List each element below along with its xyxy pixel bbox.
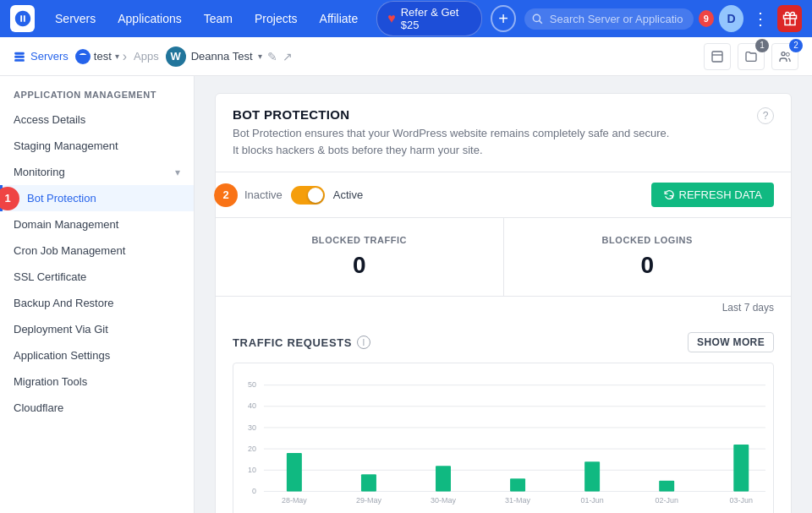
sidebar-item-backup-and-restore[interactable]: Backup And Restore xyxy=(0,290,194,316)
sidebar-label-bot-protection: Bot Protection xyxy=(27,192,180,205)
stats-row: BLOCKED TRAFFIC 0 BLOCKED LOGINS 0 xyxy=(216,218,791,297)
external-link-icon[interactable]: ↗ xyxy=(283,50,293,63)
svg-rect-5 xyxy=(712,52,722,62)
svg-text:02-Jun: 02-Jun xyxy=(655,496,678,505)
svg-text:20: 20 xyxy=(248,445,256,453)
sidebar-item-deployment-via-git[interactable]: Deployment Via Git xyxy=(0,316,194,342)
breadcrumb-separator: › xyxy=(123,49,127,64)
svg-text:0: 0 xyxy=(252,487,256,495)
svg-rect-21 xyxy=(287,453,302,491)
blocked-logins-value: 0 xyxy=(521,252,775,279)
toggle-knob xyxy=(308,188,323,203)
nav-applications[interactable]: Applications xyxy=(109,8,190,29)
card-title: BOT PROTECTION xyxy=(233,107,672,122)
svg-text:29-May: 29-May xyxy=(356,496,381,505)
blocked-logins-label: BLOCKED LOGINS xyxy=(521,235,775,245)
logo[interactable] xyxy=(10,5,35,32)
stats-footer: Last 7 days xyxy=(216,297,791,319)
chevron-down-icon: ▾ xyxy=(175,166,180,178)
svg-text:30-May: 30-May xyxy=(431,496,456,505)
nav-projects[interactable]: Projects xyxy=(246,8,306,29)
server-icon xyxy=(14,51,25,63)
folder-icon xyxy=(744,50,758,63)
chart-title: TRAFFIC REQUESTS i xyxy=(233,336,370,349)
chart-section: TRAFFIC REQUESTS i SHOW MORE xyxy=(216,319,791,513)
app-dropdown-icon[interactable]: ▾ xyxy=(258,52,262,61)
breadcrumb-apps: Apps xyxy=(134,50,159,63)
server-name[interactable]: test xyxy=(94,50,112,63)
svg-rect-2 xyxy=(14,52,25,54)
sidebar-item-ssl-certificate[interactable]: SSL Certificate xyxy=(0,264,194,290)
nav-servers[interactable]: Servers xyxy=(47,8,104,29)
svg-rect-25 xyxy=(584,461,600,491)
svg-line-1 xyxy=(539,21,541,24)
avatar[interactable]: D xyxy=(719,5,743,32)
breadcrumb: Servers test ▾ › Apps W Deanna Test ▾ ✎ … xyxy=(0,37,812,76)
nav-team[interactable]: Team xyxy=(195,8,241,29)
breadcrumb-server-item: test ▾ › xyxy=(75,49,127,64)
svg-text:30: 30 xyxy=(248,423,256,432)
traffic-chart: 50 40 30 20 10 0 xyxy=(233,370,773,513)
breadcrumb-servers[interactable]: Servers xyxy=(14,50,69,63)
toggle-inactive-label: Inactive xyxy=(244,188,283,201)
sidebar-item-cloudflare[interactable]: Cloudflare xyxy=(0,395,194,421)
sidebar-item-monitoring[interactable]: Monitoring ▾ xyxy=(0,159,194,185)
sidebar-label-backup-and-restore: Backup And Restore xyxy=(14,297,180,309)
refer-button[interactable]: ♥ Refer & Get $25 xyxy=(376,1,482,36)
sidebar-label-application-settings: Application Settings xyxy=(14,349,180,362)
bot-protection-toggle[interactable] xyxy=(291,186,325,205)
svg-text:31-May: 31-May xyxy=(505,496,530,505)
svg-text:03-Jun: 03-Jun xyxy=(730,496,753,505)
sidebar-label-migration-tools: Migration Tools xyxy=(14,375,180,388)
sidebar-item-cron-job-management[interactable]: Cron Job Management xyxy=(0,237,194,264)
files-button[interactable] xyxy=(704,43,731,70)
server-dropdown-icon[interactable]: ▾ xyxy=(115,52,119,61)
svg-rect-22 xyxy=(361,474,376,491)
svg-text:50: 50 xyxy=(248,380,256,389)
chart-header: TRAFFIC REQUESTS i SHOW MORE xyxy=(233,332,774,352)
breadcrumb-actions: 1 2 xyxy=(704,43,798,70)
last-days-label: Last 7 days xyxy=(722,302,774,314)
files-icon xyxy=(710,50,724,63)
svg-text:28-May: 28-May xyxy=(282,496,307,505)
nav-affiliate[interactable]: Affiliate xyxy=(311,8,367,29)
card-header: BOT PROTECTION Bot Protection ensures th… xyxy=(216,94,791,172)
folder-button[interactable]: 1 xyxy=(738,43,765,70)
heart-icon: ♥ xyxy=(387,11,396,26)
search-input[interactable] xyxy=(524,8,694,30)
app-name[interactable]: Deanna Test xyxy=(191,50,253,63)
blocked-logins-stat: BLOCKED LOGINS 0 xyxy=(504,218,792,296)
sidebar-item-application-settings[interactable]: Application Settings xyxy=(0,342,194,368)
sidebar-label-deployment-via-git: Deployment Via Git xyxy=(14,323,180,336)
notification-badge[interactable]: 9 xyxy=(699,10,714,27)
sidebar: Application Management Access Details St… xyxy=(0,76,195,513)
svg-point-7 xyxy=(782,52,785,55)
sidebar-section-title: Application Management xyxy=(0,76,194,106)
svg-point-8 xyxy=(786,52,789,56)
edit-icon[interactable]: ✎ xyxy=(267,50,277,63)
add-button[interactable]: + xyxy=(491,5,515,32)
show-more-button[interactable]: SHOW MORE xyxy=(688,332,774,352)
help-icon[interactable]: ? xyxy=(757,107,774,124)
wordpress-icon: W xyxy=(166,46,186,67)
search-wrap xyxy=(524,8,694,30)
toggle-active-label: Active xyxy=(333,188,363,201)
app-layout: Application Management Access Details St… xyxy=(0,76,812,513)
step-1-badge: 1 xyxy=(0,187,19,210)
card-description: Bot Protection ensures that your WordPre… xyxy=(233,125,672,158)
users-count-badge: 2 xyxy=(789,39,803,52)
sidebar-item-staging-management[interactable]: Staging Management xyxy=(0,133,194,159)
refresh-data-button[interactable]: REFRESH DATA xyxy=(651,183,774,207)
sidebar-item-domain-management[interactable]: Domain Management xyxy=(0,211,194,237)
gift-icon[interactable] xyxy=(777,5,802,32)
users-button[interactable]: 2 xyxy=(771,43,798,70)
breadcrumb-app: W Deanna Test ▾ ✎ ↗ xyxy=(166,46,293,67)
sidebar-item-access-details[interactable]: Access Details xyxy=(0,106,194,133)
chart-info-icon[interactable]: i xyxy=(357,336,370,349)
more-options-icon[interactable]: ⋮ xyxy=(749,5,772,32)
svg-text:40: 40 xyxy=(248,401,256,410)
sidebar-item-bot-protection[interactable]: 1 Bot Protection xyxy=(0,185,194,211)
refer-label: Refer & Get $25 xyxy=(401,6,472,31)
sidebar-item-migration-tools[interactable]: Migration Tools xyxy=(0,368,194,395)
users-icon xyxy=(778,50,792,63)
